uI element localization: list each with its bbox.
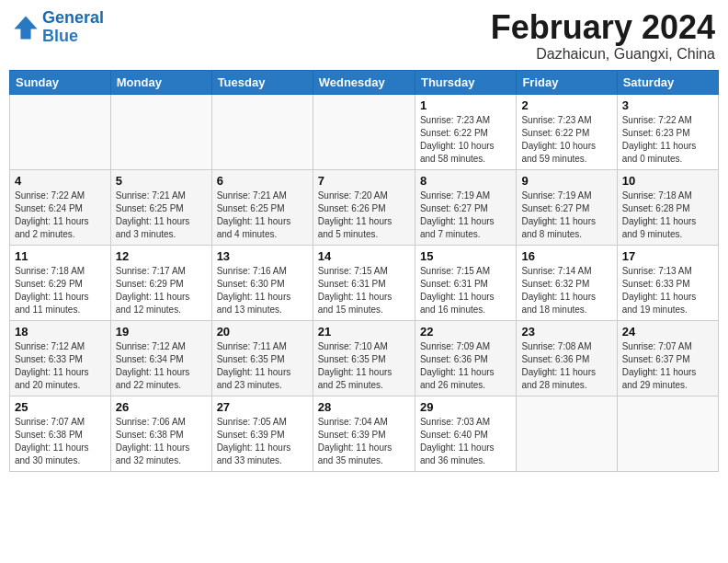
calendar-cell: 17Sunrise: 7:13 AM Sunset: 6:33 PM Dayli… — [617, 245, 718, 320]
day-info: Sunrise: 7:10 AM Sunset: 6:35 PM Dayligh… — [318, 340, 410, 392]
day-info: Sunrise: 7:09 AM Sunset: 6:36 PM Dayligh… — [420, 340, 511, 392]
day-info: Sunrise: 7:04 AM Sunset: 6:39 PM Dayligh… — [318, 416, 410, 467]
day-number: 21 — [318, 325, 410, 339]
day-number: 28 — [318, 400, 410, 414]
day-number: 8 — [420, 174, 511, 188]
calendar-cell — [211, 94, 313, 169]
logo: General Blue — [13, 9, 104, 46]
day-info: Sunrise: 7:12 AM Sunset: 6:34 PM Dayligh… — [116, 340, 207, 392]
day-info: Sunrise: 7:19 AM Sunset: 6:27 PM Dayligh… — [420, 190, 511, 241]
day-info: Sunrise: 7:07 AM Sunset: 6:38 PM Dayligh… — [15, 416, 106, 467]
day-info: Sunrise: 7:21 AM Sunset: 6:25 PM Dayligh… — [217, 190, 308, 241]
day-info: Sunrise: 7:11 AM Sunset: 6:35 PM Dayligh… — [217, 340, 308, 392]
day-number: 2 — [521, 98, 611, 112]
calendar-cell: 18Sunrise: 7:12 AM Sunset: 6:33 PM Dayli… — [10, 320, 111, 396]
week-row-5: 25Sunrise: 7:07 AM Sunset: 6:38 PM Dayli… — [10, 396, 719, 471]
location-subtitle: Dazhaicun, Guangxi, China — [491, 46, 715, 63]
day-number: 27 — [217, 400, 308, 414]
calendar-cell: 15Sunrise: 7:15 AM Sunset: 6:31 PM Dayli… — [415, 245, 516, 320]
day-number: 29 — [420, 400, 511, 414]
calendar-cell: 23Sunrise: 7:08 AM Sunset: 6:36 PM Dayli… — [517, 320, 617, 396]
week-row-1: 1Sunrise: 7:23 AM Sunset: 6:22 PM Daylig… — [10, 94, 719, 169]
calendar-cell: 6Sunrise: 7:21 AM Sunset: 6:25 PM Daylig… — [211, 169, 313, 245]
month-title: February 2024 — [491, 9, 715, 46]
weekday-header-saturday: Saturday — [617, 70, 718, 94]
calendar-cell — [617, 396, 718, 471]
week-row-4: 18Sunrise: 7:12 AM Sunset: 6:33 PM Dayli… — [10, 320, 719, 396]
day-number: 17 — [622, 249, 713, 263]
calendar-cell: 22Sunrise: 7:09 AM Sunset: 6:36 PM Dayli… — [415, 320, 516, 396]
day-info: Sunrise: 7:06 AM Sunset: 6:38 PM Dayligh… — [116, 416, 207, 467]
calendar-cell: 16Sunrise: 7:14 AM Sunset: 6:32 PM Dayli… — [517, 245, 617, 320]
weekday-header-monday: Monday — [110, 70, 211, 94]
day-info: Sunrise: 7:07 AM Sunset: 6:37 PM Dayligh… — [622, 340, 713, 392]
calendar-cell: 14Sunrise: 7:15 AM Sunset: 6:31 PM Dayli… — [313, 245, 415, 320]
calendar-cell — [517, 396, 617, 471]
day-info: Sunrise: 7:22 AM Sunset: 6:23 PM Dayligh… — [622, 114, 713, 166]
day-info: Sunrise: 7:08 AM Sunset: 6:36 PM Dayligh… — [521, 340, 611, 392]
day-number: 5 — [116, 174, 207, 188]
calendar-cell: 9Sunrise: 7:19 AM Sunset: 6:27 PM Daylig… — [517, 169, 617, 245]
logo-text: General Blue — [42, 9, 104, 46]
calendar-cell — [10, 94, 111, 169]
day-number: 24 — [622, 325, 713, 339]
calendar-cell: 26Sunrise: 7:06 AM Sunset: 6:38 PM Dayli… — [110, 396, 211, 471]
day-info: Sunrise: 7:13 AM Sunset: 6:33 PM Dayligh… — [622, 265, 713, 316]
day-number: 15 — [420, 249, 511, 263]
day-info: Sunrise: 7:12 AM Sunset: 6:33 PM Dayligh… — [15, 340, 106, 392]
logo-icon — [13, 15, 39, 40]
day-info: Sunrise: 7:22 AM Sunset: 6:24 PM Dayligh… — [15, 190, 106, 241]
day-number: 23 — [521, 325, 611, 339]
weekday-header-sunday: Sunday — [10, 70, 111, 94]
svg-marker-0 — [14, 16, 37, 39]
day-info: Sunrise: 7:20 AM Sunset: 6:26 PM Dayligh… — [318, 190, 410, 241]
calendar-cell: 5Sunrise: 7:21 AM Sunset: 6:25 PM Daylig… — [110, 169, 211, 245]
day-number: 11 — [15, 249, 106, 263]
calendar-cell: 12Sunrise: 7:17 AM Sunset: 6:29 PM Dayli… — [110, 245, 211, 320]
day-number: 22 — [420, 325, 511, 339]
page-header: General Blue February 2024 Dazhaicun, Gu… — [9, 9, 719, 63]
calendar-cell: 4Sunrise: 7:22 AM Sunset: 6:24 PM Daylig… — [10, 169, 111, 245]
day-number: 14 — [318, 249, 410, 263]
day-info: Sunrise: 7:23 AM Sunset: 6:22 PM Dayligh… — [420, 114, 511, 166]
calendar-cell — [110, 94, 211, 169]
day-number: 10 — [622, 174, 713, 188]
calendar-cell: 24Sunrise: 7:07 AM Sunset: 6:37 PM Dayli… — [617, 320, 718, 396]
weekday-header-thursday: Thursday — [415, 70, 516, 94]
calendar-table: SundayMondayTuesdayWednesdayThursdayFrid… — [9, 70, 719, 472]
calendar-cell: 27Sunrise: 7:05 AM Sunset: 6:39 PM Dayli… — [211, 396, 313, 471]
day-number: 7 — [318, 174, 410, 188]
calendar-cell — [313, 94, 415, 169]
day-info: Sunrise: 7:03 AM Sunset: 6:40 PM Dayligh… — [420, 416, 511, 467]
day-info: Sunrise: 7:18 AM Sunset: 6:28 PM Dayligh… — [622, 190, 713, 241]
title-block: February 2024 Dazhaicun, Guangxi, China — [491, 9, 715, 63]
calendar-cell: 3Sunrise: 7:22 AM Sunset: 6:23 PM Daylig… — [617, 94, 718, 169]
day-number: 18 — [15, 325, 106, 339]
day-info: Sunrise: 7:23 AM Sunset: 6:22 PM Dayligh… — [521, 114, 611, 166]
logo-line2: Blue — [42, 27, 78, 45]
day-number: 12 — [116, 249, 207, 263]
calendar-cell: 29Sunrise: 7:03 AM Sunset: 6:40 PM Dayli… — [415, 396, 516, 471]
day-number: 3 — [622, 98, 713, 112]
day-number: 13 — [217, 249, 308, 263]
calendar-cell: 7Sunrise: 7:20 AM Sunset: 6:26 PM Daylig… — [313, 169, 415, 245]
weekday-header-tuesday: Tuesday — [211, 70, 313, 94]
weekday-header-wednesday: Wednesday — [313, 70, 415, 94]
day-info: Sunrise: 7:16 AM Sunset: 6:30 PM Dayligh… — [217, 265, 308, 316]
calendar-cell: 13Sunrise: 7:16 AM Sunset: 6:30 PM Dayli… — [211, 245, 313, 320]
week-row-2: 4Sunrise: 7:22 AM Sunset: 6:24 PM Daylig… — [10, 169, 719, 245]
day-info: Sunrise: 7:19 AM Sunset: 6:27 PM Dayligh… — [521, 190, 611, 241]
day-number: 9 — [521, 174, 611, 188]
calendar-cell: 8Sunrise: 7:19 AM Sunset: 6:27 PM Daylig… — [415, 169, 516, 245]
week-row-3: 11Sunrise: 7:18 AM Sunset: 6:29 PM Dayli… — [10, 245, 719, 320]
weekday-header-friday: Friday — [517, 70, 617, 94]
calendar-cell: 25Sunrise: 7:07 AM Sunset: 6:38 PM Dayli… — [10, 396, 111, 471]
weekday-header-row: SundayMondayTuesdayWednesdayThursdayFrid… — [10, 70, 719, 94]
day-info: Sunrise: 7:18 AM Sunset: 6:29 PM Dayligh… — [15, 265, 106, 316]
logo-line1: General — [42, 8, 104, 27]
day-number: 4 — [15, 174, 106, 188]
calendar-cell: 20Sunrise: 7:11 AM Sunset: 6:35 PM Dayli… — [211, 320, 313, 396]
calendar-cell: 2Sunrise: 7:23 AM Sunset: 6:22 PM Daylig… — [517, 94, 617, 169]
calendar-cell: 11Sunrise: 7:18 AM Sunset: 6:29 PM Dayli… — [10, 245, 111, 320]
day-number: 25 — [15, 400, 106, 414]
